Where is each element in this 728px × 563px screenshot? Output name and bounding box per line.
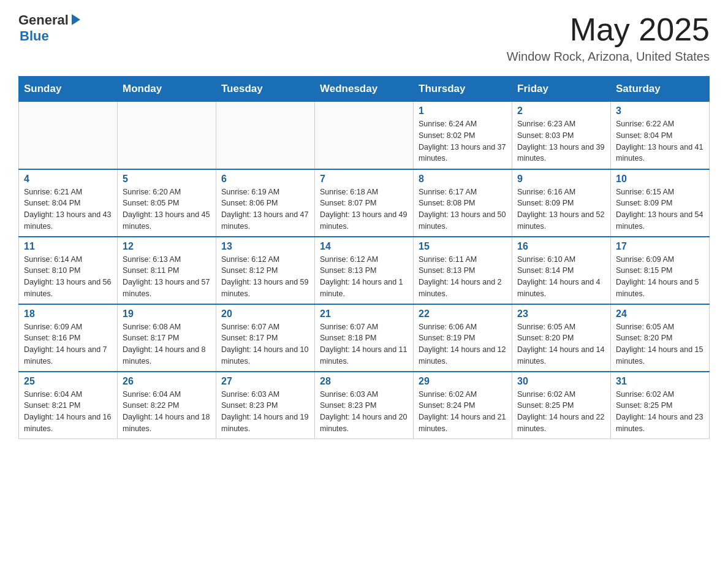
week-row-2: 4Sunrise: 6:21 AMSunset: 8:04 PMDaylight… [19, 169, 710, 237]
calendar-cell: 5Sunrise: 6:20 AMSunset: 8:05 PMDaylight… [118, 169, 216, 237]
calendar-cell: 11Sunrise: 6:14 AMSunset: 8:10 PMDayligh… [19, 237, 118, 304]
day-number: 13 [221, 241, 309, 252]
day-number: 24 [616, 308, 704, 320]
calendar-cell: 22Sunrise: 6:06 AMSunset: 8:19 PMDayligh… [414, 304, 512, 372]
day-number: 9 [517, 174, 605, 185]
day-info: Sunrise: 6:22 AMSunset: 8:04 PMDaylight:… [616, 118, 704, 164]
calendar-cell: 18Sunrise: 6:09 AMSunset: 8:16 PMDayligh… [19, 304, 118, 372]
calendar-title: May 2025 [507, 12, 710, 47]
day-number: 15 [419, 241, 507, 252]
day-info: Sunrise: 6:13 AMSunset: 8:11 PMDaylight:… [123, 254, 211, 300]
calendar-cell: 31Sunrise: 6:02 AMSunset: 8:25 PMDayligh… [611, 372, 710, 439]
day-info: Sunrise: 6:07 AMSunset: 8:18 PMDaylight:… [320, 321, 408, 367]
logo: General Blue [18, 12, 83, 44]
week-row-5: 25Sunrise: 6:04 AMSunset: 8:21 PMDayligh… [19, 372, 710, 439]
day-info: Sunrise: 6:14 AMSunset: 8:10 PMDaylight:… [24, 254, 112, 300]
day-number: 26 [123, 376, 211, 387]
day-info: Sunrise: 6:09 AMSunset: 8:16 PMDaylight:… [24, 321, 112, 367]
day-number: 29 [419, 376, 507, 387]
day-info: Sunrise: 6:19 AMSunset: 8:06 PMDaylight:… [221, 186, 309, 232]
logo-general: General [18, 12, 69, 28]
calendar-cell [315, 102, 414, 169]
day-number: 19 [123, 308, 211, 320]
calendar-cell: 16Sunrise: 6:10 AMSunset: 8:14 PMDayligh… [512, 237, 611, 304]
day-info: Sunrise: 6:08 AMSunset: 8:17 PMDaylight:… [123, 321, 211, 367]
weekday-header-friday: Friday [512, 77, 611, 102]
day-number: 8 [419, 174, 507, 185]
calendar-cell: 2Sunrise: 6:23 AMSunset: 8:03 PMDaylight… [512, 102, 611, 169]
day-info: Sunrise: 6:04 AMSunset: 8:21 PMDaylight:… [24, 389, 112, 435]
day-info: Sunrise: 6:20 AMSunset: 8:05 PMDaylight:… [123, 186, 211, 232]
day-info: Sunrise: 6:10 AMSunset: 8:14 PMDaylight:… [517, 254, 605, 300]
day-info: Sunrise: 6:11 AMSunset: 8:13 PMDaylight:… [419, 254, 507, 300]
day-info: Sunrise: 6:05 AMSunset: 8:20 PMDaylight:… [616, 321, 704, 367]
calendar-cell: 21Sunrise: 6:07 AMSunset: 8:18 PMDayligh… [315, 304, 414, 372]
day-info: Sunrise: 6:09 AMSunset: 8:15 PMDaylight:… [616, 254, 704, 300]
day-number: 31 [616, 376, 704, 387]
calendar-cell: 25Sunrise: 6:04 AMSunset: 8:21 PMDayligh… [19, 372, 118, 439]
calendar-cell: 1Sunrise: 6:24 AMSunset: 8:02 PMDaylight… [414, 102, 512, 169]
calendar-cell: 9Sunrise: 6:16 AMSunset: 8:09 PMDaylight… [512, 169, 611, 237]
day-number: 14 [320, 241, 408, 252]
day-number: 23 [517, 308, 605, 320]
day-number: 5 [123, 174, 211, 185]
day-number: 20 [221, 308, 309, 320]
week-row-1: 1Sunrise: 6:24 AMSunset: 8:02 PMDaylight… [19, 102, 710, 169]
day-info: Sunrise: 6:02 AMSunset: 8:25 PMDaylight:… [517, 389, 605, 435]
day-info: Sunrise: 6:03 AMSunset: 8:23 PMDaylight:… [320, 389, 408, 435]
day-info: Sunrise: 6:24 AMSunset: 8:02 PMDaylight:… [419, 118, 507, 164]
calendar-cell: 29Sunrise: 6:02 AMSunset: 8:24 PMDayligh… [414, 372, 512, 439]
calendar-table: SundayMondayTuesdayWednesdayThursdayFrid… [18, 76, 710, 439]
day-number: 28 [320, 376, 408, 387]
calendar-cell: 12Sunrise: 6:13 AMSunset: 8:11 PMDayligh… [118, 237, 216, 304]
day-number: 1 [419, 105, 507, 117]
calendar-cell: 15Sunrise: 6:11 AMSunset: 8:13 PMDayligh… [414, 237, 512, 304]
calendar-cell: 8Sunrise: 6:17 AMSunset: 8:08 PMDaylight… [414, 169, 512, 237]
title-section: May 2025 Window Rock, Arizona, United St… [507, 12, 710, 64]
day-info: Sunrise: 6:02 AMSunset: 8:25 PMDaylight:… [616, 389, 704, 435]
calendar-cell [216, 102, 315, 169]
day-number: 17 [616, 241, 704, 252]
day-number: 6 [221, 174, 309, 185]
day-number: 16 [517, 241, 605, 252]
day-number: 27 [221, 376, 309, 387]
day-info: Sunrise: 6:18 AMSunset: 8:07 PMDaylight:… [320, 186, 408, 232]
weekday-header-sunday: Sunday [19, 77, 118, 102]
day-number: 30 [517, 376, 605, 387]
calendar-cell: 13Sunrise: 6:12 AMSunset: 8:12 PMDayligh… [216, 237, 315, 304]
calendar-subtitle: Window Rock, Arizona, United States [507, 50, 710, 64]
calendar-cell: 14Sunrise: 6:12 AMSunset: 8:13 PMDayligh… [315, 237, 414, 304]
calendar-cell [19, 102, 118, 169]
day-number: 4 [24, 174, 112, 185]
calendar-cell: 4Sunrise: 6:21 AMSunset: 8:04 PMDaylight… [19, 169, 118, 237]
svg-marker-0 [72, 14, 80, 25]
day-info: Sunrise: 6:03 AMSunset: 8:23 PMDaylight:… [221, 389, 309, 435]
day-info: Sunrise: 6:02 AMSunset: 8:24 PMDaylight:… [419, 389, 507, 435]
calendar-cell: 19Sunrise: 6:08 AMSunset: 8:17 PMDayligh… [118, 304, 216, 372]
day-number: 2 [517, 105, 605, 117]
day-number: 12 [123, 241, 211, 252]
weekday-header-row: SundayMondayTuesdayWednesdayThursdayFrid… [19, 77, 710, 102]
calendar-cell [118, 102, 216, 169]
day-info: Sunrise: 6:12 AMSunset: 8:13 PMDaylight:… [320, 254, 408, 300]
calendar-cell: 30Sunrise: 6:02 AMSunset: 8:25 PMDayligh… [512, 372, 611, 439]
calendar-cell: 27Sunrise: 6:03 AMSunset: 8:23 PMDayligh… [216, 372, 315, 439]
calendar-cell: 26Sunrise: 6:04 AMSunset: 8:22 PMDayligh… [118, 372, 216, 439]
day-info: Sunrise: 6:04 AMSunset: 8:22 PMDaylight:… [123, 389, 211, 435]
calendar-cell: 6Sunrise: 6:19 AMSunset: 8:06 PMDaylight… [216, 169, 315, 237]
day-info: Sunrise: 6:07 AMSunset: 8:17 PMDaylight:… [221, 321, 309, 367]
weekday-header-monday: Monday [118, 77, 216, 102]
calendar-cell: 20Sunrise: 6:07 AMSunset: 8:17 PMDayligh… [216, 304, 315, 372]
day-info: Sunrise: 6:05 AMSunset: 8:20 PMDaylight:… [517, 321, 605, 367]
day-info: Sunrise: 6:15 AMSunset: 8:09 PMDaylight:… [616, 186, 704, 232]
day-info: Sunrise: 6:16 AMSunset: 8:09 PMDaylight:… [517, 186, 605, 232]
calendar-cell: 17Sunrise: 6:09 AMSunset: 8:15 PMDayligh… [611, 237, 710, 304]
weekday-header-tuesday: Tuesday [216, 77, 315, 102]
weekday-header-wednesday: Wednesday [315, 77, 414, 102]
day-info: Sunrise: 6:21 AMSunset: 8:04 PMDaylight:… [24, 186, 112, 232]
day-info: Sunrise: 6:17 AMSunset: 8:08 PMDaylight:… [419, 186, 507, 232]
day-number: 11 [24, 241, 112, 252]
day-info: Sunrise: 6:06 AMSunset: 8:19 PMDaylight:… [419, 321, 507, 367]
weekday-header-thursday: Thursday [414, 77, 512, 102]
day-info: Sunrise: 6:23 AMSunset: 8:03 PMDaylight:… [517, 118, 605, 164]
